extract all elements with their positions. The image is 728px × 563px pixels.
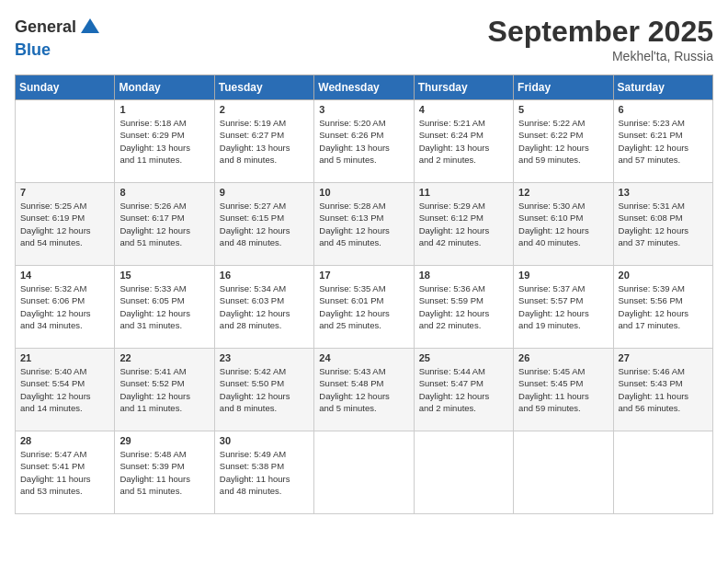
cell-info: Sunrise: 5:45 AM Sunset: 5:45 PM Dayligh… [518,365,608,414]
location-subtitle: Mekhel'ta, Russia [488,49,713,63]
day-number: 2 [220,104,309,115]
calendar-cell: 23Sunrise: 5:42 AM Sunset: 5:50 PM Dayli… [214,349,313,431]
calendar-cell [613,431,712,514]
cell-info: Sunrise: 5:37 AM Sunset: 5:57 PM Dayligh… [518,282,608,331]
title-block: September 2025 Mekhel'ta, Russia [488,15,713,63]
day-number: 18 [419,270,508,281]
calendar-cell: 27Sunrise: 5:46 AM Sunset: 5:43 PM Dayli… [613,349,712,431]
logo-general: General [15,17,76,36]
calendar-cell: 24Sunrise: 5:43 AM Sunset: 5:48 PM Dayli… [314,349,414,431]
calendar-cell: 18Sunrise: 5:36 AM Sunset: 5:59 PM Dayli… [414,266,513,349]
calendar-cell: 15Sunrise: 5:33 AM Sunset: 6:05 PM Dayli… [115,266,214,349]
calendar-cell: 4Sunrise: 5:21 AM Sunset: 6:24 PM Daylig… [414,100,513,183]
day-header-monday: Monday [115,75,214,100]
day-number: 22 [119,352,209,363]
calendar-cell: 7Sunrise: 5:25 AM Sunset: 6:19 PM Daylig… [16,183,115,266]
calendar-cell: 11Sunrise: 5:29 AM Sunset: 6:12 PM Dayli… [414,183,513,266]
calendar-cell [16,100,115,183]
calendar-week-row: 21Sunrise: 5:40 AM Sunset: 5:54 PM Dayli… [16,349,713,431]
cell-info: Sunrise: 5:34 AM Sunset: 6:03 PM Dayligh… [220,282,309,331]
calendar-cell: 29Sunrise: 5:48 AM Sunset: 5:39 PM Dayli… [115,431,214,514]
calendar-cell: 25Sunrise: 5:44 AM Sunset: 5:47 PM Dayli… [414,349,513,431]
day-number: 16 [220,270,309,281]
calendar-cell: 5Sunrise: 5:22 AM Sunset: 6:22 PM Daylig… [514,100,613,183]
cell-info: Sunrise: 5:31 AM Sunset: 6:08 PM Dayligh… [619,200,708,248]
day-number: 1 [119,104,209,115]
calendar-week-row: 7Sunrise: 5:25 AM Sunset: 6:19 PM Daylig… [16,183,713,266]
day-number: 14 [20,270,109,281]
day-number: 15 [119,270,209,281]
day-header-saturday: Saturday [613,75,712,100]
calendar-week-row: 14Sunrise: 5:32 AM Sunset: 6:06 PM Dayli… [16,266,713,349]
day-number: 9 [220,187,309,198]
day-number: 11 [419,187,508,198]
cell-info: Sunrise: 5:23 AM Sunset: 6:21 PM Dayligh… [619,117,708,166]
cell-info: Sunrise: 5:30 AM Sunset: 6:10 PM Dayligh… [518,200,608,248]
cell-info: Sunrise: 5:48 AM Sunset: 5:39 PM Dayligh… [119,448,209,497]
day-number: 26 [518,352,608,363]
page-header: General Blue September 2025 Mekhel'ta, R… [15,15,713,63]
day-number: 27 [619,352,708,363]
cell-info: Sunrise: 5:46 AM Sunset: 5:43 PM Dayligh… [619,365,708,414]
cell-info: Sunrise: 5:49 AM Sunset: 5:38 PM Dayligh… [220,448,309,497]
calendar-cell: 28Sunrise: 5:47 AM Sunset: 5:41 PM Dayli… [16,431,115,514]
day-number: 3 [319,104,408,115]
calendar-cell: 10Sunrise: 5:28 AM Sunset: 6:13 PM Dayli… [314,183,414,266]
svg-marker-0 [81,18,99,33]
calendar-cell: 1Sunrise: 5:18 AM Sunset: 6:29 PM Daylig… [115,100,214,183]
logo-blue: Blue [15,40,51,59]
calendar-header-row: SundayMondayTuesdayWednesdayThursdayFrid… [16,75,713,100]
calendar-cell: 19Sunrise: 5:37 AM Sunset: 5:57 PM Dayli… [514,266,613,349]
calendar-cell: 2Sunrise: 5:19 AM Sunset: 6:27 PM Daylig… [214,100,313,183]
day-header-friday: Friday [514,75,613,100]
calendar-cell [314,431,414,514]
cell-info: Sunrise: 5:43 AM Sunset: 5:48 PM Dayligh… [319,365,408,414]
calendar-cell: 14Sunrise: 5:32 AM Sunset: 6:06 PM Dayli… [16,266,115,349]
day-number: 8 [119,187,209,198]
calendar-table: SundayMondayTuesdayWednesdayThursdayFrid… [15,75,713,514]
cell-info: Sunrise: 5:21 AM Sunset: 6:24 PM Dayligh… [419,117,508,166]
cell-info: Sunrise: 5:41 AM Sunset: 5:52 PM Dayligh… [119,365,209,414]
calendar-cell: 20Sunrise: 5:39 AM Sunset: 5:56 PM Dayli… [613,266,712,349]
day-number: 28 [20,435,109,446]
calendar-cell: 13Sunrise: 5:31 AM Sunset: 6:08 PM Dayli… [613,183,712,266]
cell-info: Sunrise: 5:47 AM Sunset: 5:41 PM Dayligh… [20,448,109,497]
day-header-wednesday: Wednesday [314,75,414,100]
calendar-week-row: 1Sunrise: 5:18 AM Sunset: 6:29 PM Daylig… [16,100,713,183]
calendar-cell: 12Sunrise: 5:30 AM Sunset: 6:10 PM Dayli… [514,183,613,266]
day-number: 23 [220,352,309,363]
cell-info: Sunrise: 5:39 AM Sunset: 5:56 PM Dayligh… [619,282,708,331]
calendar-cell: 17Sunrise: 5:35 AM Sunset: 6:01 PM Dayli… [314,266,414,349]
calendar-week-row: 28Sunrise: 5:47 AM Sunset: 5:41 PM Dayli… [16,431,713,514]
cell-info: Sunrise: 5:44 AM Sunset: 5:47 PM Dayligh… [419,365,508,414]
day-number: 30 [220,435,309,446]
calendar-cell [414,431,513,514]
calendar-cell: 22Sunrise: 5:41 AM Sunset: 5:52 PM Dayli… [115,349,214,431]
day-number: 5 [518,104,608,115]
day-number: 13 [619,187,708,198]
cell-info: Sunrise: 5:42 AM Sunset: 5:50 PM Dayligh… [220,365,309,414]
day-number: 6 [619,104,708,115]
calendar-cell: 21Sunrise: 5:40 AM Sunset: 5:54 PM Dayli… [16,349,115,431]
day-number: 10 [319,187,408,198]
cell-info: Sunrise: 5:36 AM Sunset: 5:59 PM Dayligh… [419,282,508,331]
cell-info: Sunrise: 5:29 AM Sunset: 6:12 PM Dayligh… [419,200,508,248]
calendar-cell: 9Sunrise: 5:27 AM Sunset: 6:15 PM Daylig… [214,183,313,266]
cell-info: Sunrise: 5:19 AM Sunset: 6:27 PM Dayligh… [220,117,309,166]
day-number: 25 [419,352,508,363]
cell-info: Sunrise: 5:27 AM Sunset: 6:15 PM Dayligh… [220,200,309,248]
calendar-cell: 30Sunrise: 5:49 AM Sunset: 5:38 PM Dayli… [214,431,313,514]
calendar-cell: 3Sunrise: 5:20 AM Sunset: 6:26 PM Daylig… [314,100,414,183]
month-year-title: September 2025 [488,15,713,49]
day-header-tuesday: Tuesday [214,75,313,100]
cell-info: Sunrise: 5:22 AM Sunset: 6:22 PM Dayligh… [518,117,608,166]
day-header-thursday: Thursday [414,75,513,100]
cell-info: Sunrise: 5:35 AM Sunset: 6:01 PM Dayligh… [319,282,408,331]
day-number: 19 [518,270,608,281]
day-number: 7 [20,187,109,198]
day-number: 29 [119,435,209,446]
cell-info: Sunrise: 5:33 AM Sunset: 6:05 PM Dayligh… [119,282,209,331]
cell-info: Sunrise: 5:32 AM Sunset: 6:06 PM Dayligh… [20,282,109,331]
day-header-sunday: Sunday [16,75,115,100]
cell-info: Sunrise: 5:28 AM Sunset: 6:13 PM Dayligh… [319,200,408,248]
